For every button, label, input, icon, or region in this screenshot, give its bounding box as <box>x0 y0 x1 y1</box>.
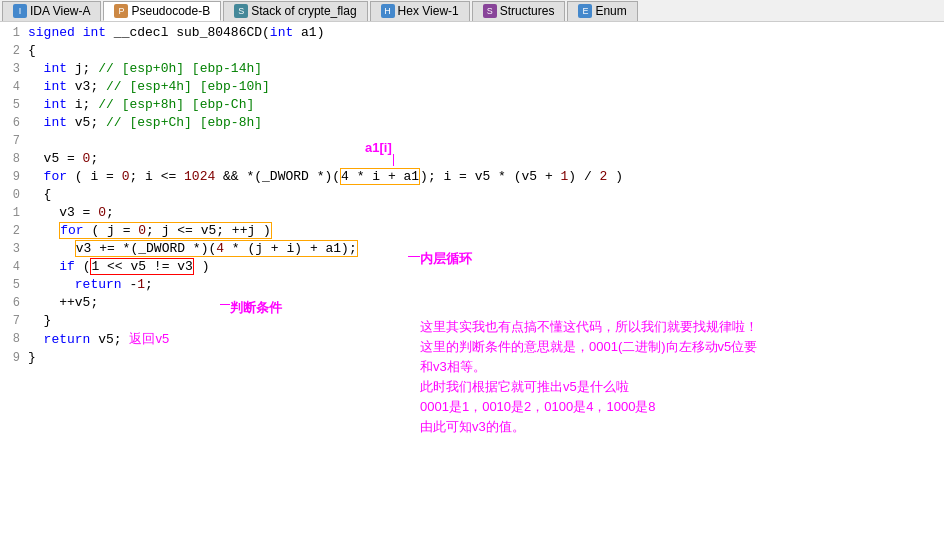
tab-bar: I IDA View-A P Pseudocode-B S Stack of c… <box>0 0 944 22</box>
line-content-17: } <box>28 312 944 330</box>
line-content-10: { <box>28 186 944 204</box>
line-num-9: 9 <box>0 168 20 186</box>
explanation-line4: 此时我们根据它就可推出v5是什么啦 <box>420 377 920 397</box>
tab-label-hex: Hex View-1 <box>398 4 459 18</box>
tab-icon-hex: H <box>381 4 395 18</box>
code-line-15: 5 return -1; <box>0 276 944 294</box>
line-content-8: v5 = 0; <box>28 150 944 168</box>
code-line-11: 1 v3 = 0; <box>0 204 944 222</box>
tab-icon-struct: S <box>483 4 497 18</box>
line-num-3: 3 <box>0 60 20 78</box>
line-content-7 <box>28 132 944 150</box>
line-content-18: return v5; 返回v5 <box>28 330 944 349</box>
tab-label-struct: Structures <box>500 4 555 18</box>
explanation-line5: 0001是1，0010是2，0100是4，1000是8 <box>420 397 920 417</box>
tab-enum[interactable]: E Enum <box>567 1 637 21</box>
code-area: 1 signed int __cdecl sub_80486CD(int a1)… <box>0 22 944 541</box>
tab-icon-ida: I <box>13 4 27 18</box>
condition-arrow <box>220 304 230 305</box>
line-num-16: 6 <box>0 294 20 312</box>
line-num-13: 3 <box>0 240 20 258</box>
line-content-2: { <box>28 42 944 60</box>
tab-pseudocode[interactable]: P Pseudocode-B <box>103 1 221 21</box>
line-num-10: 0 <box>0 186 20 204</box>
code-line-17: 7 } <box>0 312 944 330</box>
line-num-12: 2 <box>0 222 20 240</box>
tab-ida-view[interactable]: I IDA View-A <box>2 1 101 21</box>
code-line-3: 3 int j; // [esp+0h] [ebp-14h] <box>0 60 944 78</box>
tab-label-pseudo: Pseudocode-B <box>131 4 210 18</box>
tab-label-enum: Enum <box>595 4 626 18</box>
line-num-19: 9 <box>0 349 20 367</box>
line-num-15: 5 <box>0 276 20 294</box>
code-line-6: 6 int v5; // [esp+Ch] [ebp-8h] <box>0 114 944 132</box>
code-line-5: 5 int i; // [esp+8h] [ebp-Ch] <box>0 96 944 114</box>
code-line-2: 2 { <box>0 42 944 60</box>
line-content-14: if (1 << v5 != v3 ) <box>28 258 944 276</box>
code-line-14: 4 if (1 << v5 != v3 ) <box>0 258 944 276</box>
line-content-4: int v3; // [esp+4h] [ebp-10h] <box>28 78 944 96</box>
inner-loop-arrow <box>408 256 420 257</box>
tab-label-ida: IDA View-A <box>30 4 90 18</box>
line-num-5: 5 <box>0 96 20 114</box>
line-num-7: 7 <box>0 132 20 150</box>
a1i-arrow <box>393 154 394 166</box>
line-num-2: 2 <box>0 42 20 60</box>
tab-icon-pseudo: P <box>114 4 128 18</box>
code-line-18: 8 return v5; 返回v5 <box>0 330 944 349</box>
line-num-17: 7 <box>0 312 20 330</box>
code-line-19: 9 } <box>0 349 944 367</box>
line-num-11: 1 <box>0 204 20 222</box>
line-num-8: 8 <box>0 150 20 168</box>
code-line-10: 0 { <box>0 186 944 204</box>
line-content-15: return -1; <box>28 276 944 294</box>
line-num-4: 4 <box>0 78 20 96</box>
line-num-14: 4 <box>0 258 20 276</box>
line-content-1: signed int __cdecl sub_80486CD(int a1) <box>28 24 944 42</box>
code-line-1: 1 signed int __cdecl sub_80486CD(int a1) <box>0 24 944 42</box>
line-num-6: 6 <box>0 114 20 132</box>
line-content-5: int i; // [esp+8h] [ebp-Ch] <box>28 96 944 114</box>
line-content-6: int v5; // [esp+Ch] [ebp-8h] <box>28 114 944 132</box>
tab-hex[interactable]: H Hex View-1 <box>370 1 470 21</box>
code-line-8: 8 v5 = 0; <box>0 150 944 168</box>
code-line-12: 2 for ( j = 0; j <= v5; ++j ) <box>0 222 944 240</box>
line-content-9: for ( i = 0; i <= 1024 && *(_DWORD *)(4 … <box>28 168 944 186</box>
code-line-13: 3 v3 += *(_DWORD *)(4 * (j + i) + a1); <box>0 240 944 258</box>
tab-structures[interactable]: S Structures <box>472 1 566 21</box>
line-content-12: for ( j = 0; j <= v5; ++j ) <box>28 222 944 240</box>
code-line-7: 7 <box>0 132 944 150</box>
line-content-16: ++v5; <box>28 294 944 312</box>
tab-label-stack: Stack of crypte_flag <box>251 4 356 18</box>
code-line-16: 6 ++v5; <box>0 294 944 312</box>
explanation-line6: 由此可知v3的值。 <box>420 417 920 437</box>
line-num-1: 1 <box>0 24 20 42</box>
line-content-11: v3 = 0; <box>28 204 944 222</box>
line-content-13: v3 += *(_DWORD *)(4 * (j + i) + a1); <box>28 240 944 258</box>
tab-stack[interactable]: S Stack of crypte_flag <box>223 1 367 21</box>
line-num-18: 8 <box>0 330 20 348</box>
code-line-4: 4 int v3; // [esp+4h] [ebp-10h] <box>0 78 944 96</box>
tab-icon-enum: E <box>578 4 592 18</box>
line-content-19: } <box>28 349 944 367</box>
tab-icon-stack: S <box>234 4 248 18</box>
line-content-3: int j; // [esp+0h] [ebp-14h] <box>28 60 944 78</box>
code-line-9: 9 for ( i = 0; i <= 1024 && *(_DWORD *)(… <box>0 168 944 186</box>
